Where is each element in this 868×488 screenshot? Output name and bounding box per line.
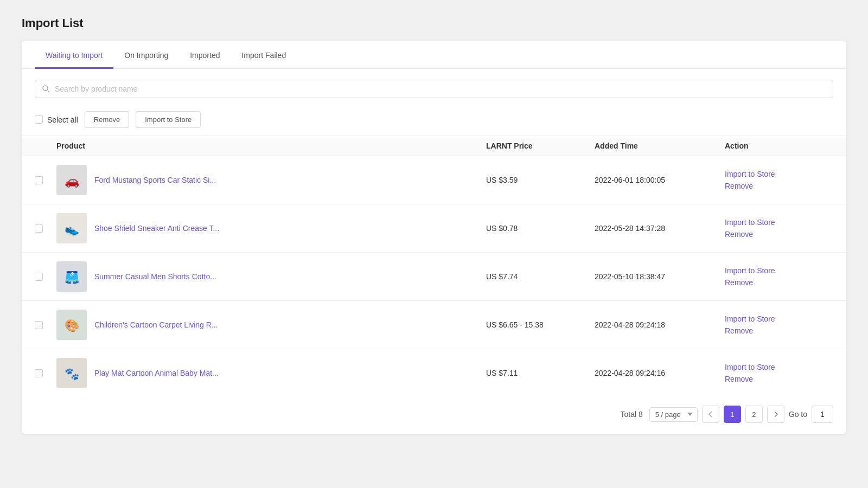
added-time-cell: 2022-05-10 18:38:47 xyxy=(595,272,725,281)
tab-import-failed[interactable]: Import Failed xyxy=(231,41,297,69)
next-page-button[interactable] xyxy=(767,406,784,423)
added-time-cell: 2022-04-28 09:24:16 xyxy=(595,369,725,377)
price-cell: US $7.74 xyxy=(486,272,595,281)
search-area xyxy=(22,69,846,104)
page-2-button[interactable]: 2 xyxy=(745,406,763,423)
table-row: 🩳 Summer Casual Men Shorts Cotto... US $… xyxy=(22,253,846,301)
import-list-card: Waiting to Import On Importing Imported … xyxy=(22,41,846,434)
select-all-checkbox[interactable] xyxy=(35,115,43,124)
action-cell: Import to Store Remove xyxy=(725,314,833,335)
row-checkbox-col xyxy=(35,369,56,377)
import-to-store-link[interactable]: Import to Store xyxy=(725,314,833,323)
product-image: 🩳 xyxy=(56,261,87,292)
search-icon xyxy=(42,85,50,93)
product-cell: 🎨 Children's Cartoon Carpet Living R... xyxy=(56,310,486,340)
table-row: 🎨 Children's Cartoon Carpet Living R... … xyxy=(22,301,846,349)
product-name[interactable]: Children's Cartoon Carpet Living R... xyxy=(94,320,218,329)
product-image: 🎨 xyxy=(56,310,87,340)
svg-text:🚗: 🚗 xyxy=(65,174,80,188)
added-time-cell: 2022-05-28 14:37:28 xyxy=(595,224,725,233)
product-image: 👟 xyxy=(56,213,87,243)
table-row: 👟 Shoe Shield Sneaker Anti Crease T... U… xyxy=(22,204,846,253)
svg-point-0 xyxy=(43,86,48,91)
price-cell: US $7.11 xyxy=(486,369,595,377)
product-image: 🚗 xyxy=(56,165,87,195)
row-checkbox-col xyxy=(35,176,56,184)
row-checkbox[interactable] xyxy=(35,224,43,233)
header-action: Action xyxy=(725,142,833,150)
action-cell: Import to Store Remove xyxy=(725,363,833,383)
select-all-wrap: Select all xyxy=(35,115,78,124)
price-cell: US $6.65 - 15.38 xyxy=(486,320,595,329)
select-all-label[interactable]: Select all xyxy=(47,115,78,124)
header-product: Product xyxy=(56,142,486,150)
import-to-store-link[interactable]: Import to Store xyxy=(725,170,833,178)
remove-link[interactable]: Remove xyxy=(725,230,833,239)
added-time-cell: 2022-04-28 09:24:18 xyxy=(595,320,725,329)
import-to-store-button[interactable]: Import to Store xyxy=(136,111,201,128)
remove-link[interactable]: Remove xyxy=(725,278,833,287)
tab-on-importing[interactable]: On Importing xyxy=(113,41,179,69)
remove-button[interactable]: Remove xyxy=(85,111,129,128)
remove-link[interactable]: Remove xyxy=(725,182,833,190)
price-cell: US $0.78 xyxy=(486,224,595,233)
product-image: 🐾 xyxy=(56,358,87,388)
row-checkbox[interactable] xyxy=(35,369,43,377)
svg-text:🩳: 🩳 xyxy=(65,270,80,285)
action-cell: Import to Store Remove xyxy=(725,266,833,287)
table-body: 🚗 Ford Mustang Sports Car Static Si... U… xyxy=(22,156,846,397)
svg-line-1 xyxy=(48,91,50,93)
price-cell: US $3.59 xyxy=(486,176,595,184)
product-cell: 🩳 Summer Casual Men Shorts Cotto... xyxy=(56,261,486,292)
toolbar: Select all Remove Import to Store xyxy=(22,104,846,136)
pagination: Total 8 5 / page 10 / page 20 / page 1 2… xyxy=(22,397,846,423)
tab-imported[interactable]: Imported xyxy=(179,41,231,69)
row-checkbox-col xyxy=(35,321,56,329)
import-to-store-link[interactable]: Import to Store xyxy=(725,218,833,227)
table-header: Product LARNT Price Added Time Action xyxy=(22,136,846,156)
header-added-time: Added Time xyxy=(595,142,725,150)
row-checkbox-col xyxy=(35,224,56,233)
action-cell: Import to Store Remove xyxy=(725,218,833,239)
header-price: LARNT Price xyxy=(486,142,595,150)
row-checkbox[interactable] xyxy=(35,176,43,184)
svg-text:👟: 👟 xyxy=(65,222,80,236)
product-cell: 🚗 Ford Mustang Sports Car Static Si... xyxy=(56,165,486,195)
search-input[interactable] xyxy=(55,85,826,93)
product-cell: 🐾 Play Mat Cartoon Animal Baby Mat... xyxy=(56,358,486,388)
page-1-button[interactable]: 1 xyxy=(724,406,741,423)
prev-page-button[interactable] xyxy=(702,406,719,423)
goto-input[interactable] xyxy=(812,406,833,423)
row-checkbox[interactable] xyxy=(35,273,43,281)
table-row: 🚗 Ford Mustang Sports Car Static Si... U… xyxy=(22,156,846,204)
added-time-cell: 2022-06-01 18:00:05 xyxy=(595,176,725,184)
total-count: Total 8 xyxy=(621,410,643,419)
page-size-select[interactable]: 5 / page 10 / page 20 / page xyxy=(649,407,698,422)
svg-text:🎨: 🎨 xyxy=(65,318,80,333)
product-cell: 👟 Shoe Shield Sneaker Anti Crease T... xyxy=(56,213,486,243)
goto-label: Go to xyxy=(789,410,807,419)
header-checkbox-col xyxy=(35,142,56,150)
table-row: 🐾 Play Mat Cartoon Animal Baby Mat... US… xyxy=(22,349,846,397)
tab-bar: Waiting to Import On Importing Imported … xyxy=(22,41,846,69)
row-checkbox[interactable] xyxy=(35,321,43,329)
import-to-store-link[interactable]: Import to Store xyxy=(725,363,833,371)
remove-link[interactable]: Remove xyxy=(725,326,833,335)
row-checkbox-col xyxy=(35,273,56,281)
product-name[interactable]: Shoe Shield Sneaker Anti Crease T... xyxy=(94,224,219,233)
product-name[interactable]: Summer Casual Men Shorts Cotto... xyxy=(94,272,216,281)
tab-waiting-to-import[interactable]: Waiting to Import xyxy=(35,41,113,69)
action-cell: Import to Store Remove xyxy=(725,170,833,190)
import-to-store-link[interactable]: Import to Store xyxy=(725,266,833,275)
page-title: Import List xyxy=(22,16,846,30)
search-box xyxy=(35,80,833,98)
remove-link[interactable]: Remove xyxy=(725,375,833,383)
product-name[interactable]: Play Mat Cartoon Animal Baby Mat... xyxy=(94,369,219,377)
svg-text:🐾: 🐾 xyxy=(65,367,80,381)
product-name[interactable]: Ford Mustang Sports Car Static Si... xyxy=(94,176,216,184)
